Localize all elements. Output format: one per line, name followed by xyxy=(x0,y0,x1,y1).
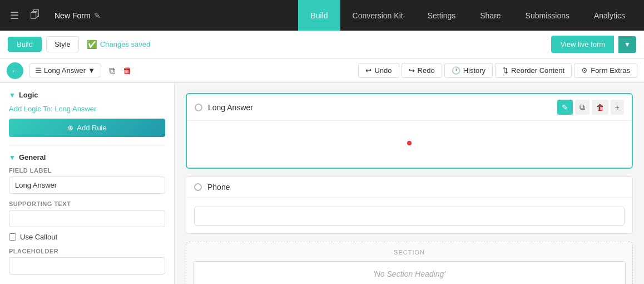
placeholder-input[interactable] xyxy=(9,257,165,275)
gear-icon: ⚙ xyxy=(581,66,588,75)
form-extras-label: Form Extras xyxy=(591,66,630,75)
tab-build[interactable]: Build xyxy=(298,0,340,31)
edit-long-answer-button[interactable]: ✎ xyxy=(557,100,573,115)
tab-analytics[interactable]: Analytics xyxy=(582,0,637,31)
back-button[interactable]: ← xyxy=(7,62,23,79)
phone-card: Phone xyxy=(186,177,633,234)
form-extras-button[interactable]: ⚙ Form Extras xyxy=(574,63,637,78)
reorder-label: Reorder Content xyxy=(511,66,564,75)
tab-settings[interactable]: Settings xyxy=(415,0,468,31)
edit-form-name-icon[interactable]: ✎ xyxy=(94,11,101,20)
reorder-content-button[interactable]: ⇅ Reorder Content xyxy=(495,63,572,78)
history-label: History xyxy=(463,66,486,75)
use-callout-row: Use Callout xyxy=(9,233,165,241)
placeholder-area: PLACEHOLDER xyxy=(9,248,165,275)
tab-conversion-kit[interactable]: Conversion Kit xyxy=(340,0,415,31)
field-type-chevron: ▼ xyxy=(88,66,95,75)
supporting-text-input[interactable] xyxy=(9,210,165,227)
field-actions: ⧉ 🗑 xyxy=(107,65,134,77)
delete-field-button[interactable]: 🗑 xyxy=(121,65,134,77)
subtoolbar: Build Style ✅ Changes saved View live fo… xyxy=(0,31,644,58)
long-answer-header: Long Answer ✎ ⧉ 🗑 + xyxy=(187,94,632,121)
phone-body xyxy=(186,198,632,233)
undo-label: Undo xyxy=(374,66,392,75)
doc-icon[interactable]: ☰ xyxy=(7,6,22,25)
check-icon: ✅ xyxy=(87,40,97,50)
add-long-answer-button[interactable]: + xyxy=(611,100,624,115)
toolbar-actions: ↩ Undo ↪ Redo 🕐 History ⇅ Reorder Conten… xyxy=(358,63,637,78)
form-name-area: New Form ✎ xyxy=(55,11,294,20)
add-rule-label: Add Rule xyxy=(77,124,106,132)
long-answer-actions: ✎ ⧉ 🗑 + xyxy=(557,100,624,115)
duplicate-field-button[interactable]: ⧉ xyxy=(107,65,117,77)
history-button[interactable]: 🕐 History xyxy=(444,63,493,78)
style-button[interactable]: Style xyxy=(46,36,79,52)
section-divider-1 xyxy=(9,145,165,145)
actionbar: ← ☰ Long Answer ▼ ⧉ 🗑 ↩ Undo ↪ Redo 🕐 Hi… xyxy=(0,58,644,83)
redo-label: Redo xyxy=(418,66,435,75)
redo-icon: ↪ xyxy=(409,66,415,75)
form-name-text: New Form xyxy=(55,11,91,20)
topbar: ☰ 🗍 New Form ✎ Build Conversion Kit Sett… xyxy=(0,0,644,31)
field-type-label: Long Answer xyxy=(44,66,86,75)
main-layout: ▼ Logic Add Logic To: Long Answer ⊕ Add … xyxy=(0,83,644,284)
reorder-icon: ⇅ xyxy=(502,66,508,75)
view-live-form-caret-button[interactable]: ▼ xyxy=(618,36,636,53)
copy-long-answer-button[interactable]: ⧉ xyxy=(575,100,589,115)
radio-dot xyxy=(195,104,202,111)
phone-radio-dot xyxy=(194,183,202,191)
phone-input-mock xyxy=(194,207,625,226)
placeholder-label: PLACEHOLDER xyxy=(9,248,165,254)
section-card: SECTION 'No Section Heading' xyxy=(186,242,633,284)
view-live-form-button[interactable]: View live form xyxy=(551,36,614,53)
red-dot-indicator xyxy=(407,141,412,145)
section-heading-placeholder: 'No Section Heading' xyxy=(193,261,626,284)
history-icon: 🕐 xyxy=(452,66,460,75)
long-answer-card: Long Answer ✎ ⧉ 🗑 + xyxy=(186,93,633,169)
delete-long-answer-button[interactable]: 🗑 xyxy=(592,100,608,115)
supporting-text-area: SUPPORTING TEXT xyxy=(9,200,165,227)
field-type-doc-icon: ☰ xyxy=(35,66,42,75)
phone-label: Phone xyxy=(207,183,625,192)
left-panel: ▼ Logic Add Logic To: Long Answer ⊕ Add … xyxy=(0,83,175,284)
logic-toggle[interactable]: ▼ xyxy=(9,91,16,99)
general-section-label: General xyxy=(19,153,46,161)
supporting-text-label: SUPPORTING TEXT xyxy=(9,200,165,207)
nav-tabs: Build Conversion Kit Settings Share Subm… xyxy=(298,0,637,31)
redo-button[interactable]: ↪ Redo xyxy=(402,63,442,78)
field-label-input[interactable] xyxy=(9,177,165,194)
logic-section-label: Logic xyxy=(19,91,38,99)
general-section-header: ▼ General xyxy=(9,153,165,161)
section-label: SECTION xyxy=(193,249,626,256)
undo-icon: ↩ xyxy=(365,66,371,75)
logic-field-name: Long Answer xyxy=(55,105,96,113)
use-callout-checkbox[interactable] xyxy=(9,233,16,241)
logic-description: Add Logic To: Long Answer xyxy=(9,105,165,113)
long-answer-body xyxy=(187,121,632,168)
general-toggle[interactable]: ▼ xyxy=(9,154,16,161)
field-label-label: FIELD LABEL xyxy=(9,167,165,174)
use-callout-label: Use Callout xyxy=(20,233,57,241)
add-rule-button[interactable]: ⊕ Add Rule xyxy=(9,119,165,137)
right-panel: Long Answer ✎ ⧉ 🗑 + Phone xyxy=(175,83,644,284)
build-button[interactable]: Build xyxy=(8,37,42,52)
phone-header: Phone xyxy=(186,177,632,198)
circle-plus-icon: ⊕ xyxy=(67,124,73,132)
field-type-pill[interactable]: ☰ Long Answer ▼ xyxy=(29,63,101,77)
form-icon[interactable]: 🗍 xyxy=(27,6,43,25)
tab-share[interactable]: Share xyxy=(468,0,513,31)
saved-text: Changes saved xyxy=(100,40,150,48)
undo-button[interactable]: ↩ Undo xyxy=(358,63,399,78)
saved-badge: ✅ Changes saved xyxy=(87,40,150,50)
long-answer-label: Long Answer xyxy=(208,103,557,112)
tab-submissions[interactable]: Submissions xyxy=(513,0,582,31)
logic-section-header: ▼ Logic xyxy=(9,91,165,99)
